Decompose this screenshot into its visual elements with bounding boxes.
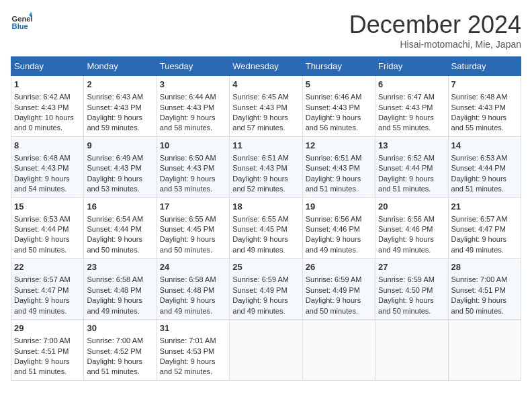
day-number: 26	[306, 261, 372, 273]
calendar-cell: 7Sunrise: 6:48 AMSunset: 4:43 PMDaylight…	[448, 76, 521, 137]
day-info-line: Daylight: 9 hours	[87, 357, 153, 367]
day-info-line: Daylight: 9 hours	[87, 234, 153, 244]
day-info-line: and 53 minutes.	[87, 184, 153, 194]
day-info-line: Sunset: 4:43 PM	[14, 103, 81, 113]
calendar-cell: 1Sunrise: 6:42 AMSunset: 4:43 PMDaylight…	[11, 76, 84, 137]
calendar-cell: 19Sunrise: 6:56 AMSunset: 4:46 PMDayligh…	[302, 197, 375, 259]
logo: General Blue	[11, 11, 32, 32]
day-info-line: Sunrise: 6:47 AM	[378, 92, 445, 102]
day-info-line: and 49 minutes.	[451, 245, 518, 255]
day-info-line: Sunset: 4:45 PM	[232, 224, 299, 234]
day-info-line: Daylight: 9 hours	[306, 113, 372, 123]
day-info-line: and 58 minutes.	[160, 123, 226, 133]
day-number: 22	[14, 261, 81, 273]
calendar-table: SundayMondayTuesdayWednesdayThursdayFrid…	[11, 56, 521, 381]
calendar-cell	[375, 320, 448, 381]
day-info-line: Sunset: 4:48 PM	[87, 285, 153, 295]
page-header: General Blue December 2024 Hisai-motomac…	[11, 11, 521, 50]
calendar-cell: 20Sunrise: 6:56 AMSunset: 4:46 PMDayligh…	[375, 197, 448, 259]
day-info-line: and 57 minutes.	[232, 123, 299, 133]
calendar-cell: 8Sunrise: 6:48 AMSunset: 4:43 PMDaylight…	[11, 136, 84, 197]
day-info-line: Daylight: 9 hours	[14, 357, 81, 367]
day-info-line: Sunrise: 6:56 AM	[378, 214, 445, 224]
day-number: 15	[14, 201, 81, 213]
day-info-line: Daylight: 9 hours	[451, 234, 518, 244]
day-info-line: and 49 minutes.	[14, 306, 81, 316]
day-number: 27	[378, 261, 445, 273]
logo-icon: General Blue	[11, 11, 32, 32]
day-info-line: Daylight: 9 hours	[451, 174, 518, 184]
day-info-line: Daylight: 9 hours	[306, 174, 372, 184]
calendar-week-row: 8Sunrise: 6:48 AMSunset: 4:43 PMDaylight…	[11, 136, 521, 197]
calendar-cell: 23Sunrise: 6:58 AMSunset: 4:48 PMDayligh…	[84, 259, 157, 320]
day-info-line: Sunset: 4:49 PM	[232, 285, 299, 295]
day-info-line: Sunrise: 6:56 AM	[306, 214, 372, 224]
day-number: 16	[87, 201, 153, 213]
day-info-line: and 50 minutes.	[378, 306, 445, 316]
day-info-line: Sunrise: 6:45 AM	[232, 92, 299, 102]
day-info-line: Sunset: 4:43 PM	[306, 103, 372, 113]
weekday-header-tuesday: Tuesday	[157, 57, 229, 76]
day-number: 9	[87, 140, 153, 152]
day-info-line: Daylight: 9 hours	[306, 295, 372, 306]
calendar-cell: 15Sunrise: 6:53 AMSunset: 4:44 PMDayligh…	[11, 197, 84, 259]
day-info-line: and 50 minutes.	[160, 245, 226, 255]
day-info-line: Sunrise: 7:00 AM	[451, 275, 518, 285]
day-number: 12	[306, 140, 372, 152]
day-info-line: Daylight: 9 hours	[160, 174, 226, 184]
day-info-line: Daylight: 9 hours	[87, 113, 153, 123]
day-info-line: and 59 minutes.	[87, 123, 153, 133]
day-info-line: and 50 minutes.	[306, 306, 372, 316]
day-info-line: Daylight: 9 hours	[451, 113, 518, 123]
day-number: 10	[160, 140, 226, 152]
day-info-line: Sunrise: 6:53 AM	[451, 153, 518, 163]
calendar-cell: 29Sunrise: 7:00 AMSunset: 4:51 PMDayligh…	[11, 320, 84, 381]
day-info-line: and 49 minutes.	[306, 245, 372, 255]
day-info-line: and 53 minutes.	[160, 184, 226, 194]
day-info-line: Sunrise: 6:51 AM	[232, 153, 299, 163]
day-info-line: Sunset: 4:44 PM	[14, 224, 81, 234]
day-info-line: and 52 minutes.	[160, 367, 226, 377]
day-info-line: Sunrise: 6:48 AM	[451, 92, 518, 102]
weekday-header-saturday: Saturday	[448, 57, 521, 76]
day-info-line: Sunrise: 6:58 AM	[160, 275, 226, 285]
day-info-line: Sunrise: 7:00 AM	[87, 336, 153, 346]
day-info-line: Sunrise: 6:49 AM	[87, 153, 153, 163]
svg-marker-2	[29, 12, 32, 15]
day-info-line: Sunset: 4:43 PM	[451, 103, 518, 113]
day-number: 30	[87, 322, 153, 334]
day-info-line: Sunrise: 6:55 AM	[160, 214, 226, 224]
day-number: 29	[14, 322, 81, 334]
calendar-week-row: 22Sunrise: 6:57 AMSunset: 4:47 PMDayligh…	[11, 259, 521, 320]
calendar-cell: 31Sunrise: 7:01 AMSunset: 4:53 PMDayligh…	[157, 320, 229, 381]
calendar-cell: 13Sunrise: 6:52 AMSunset: 4:44 PMDayligh…	[375, 136, 448, 197]
day-info-line: Sunset: 4:47 PM	[451, 224, 518, 234]
day-info-line: and 51 minutes.	[451, 184, 518, 194]
calendar-week-row: 1Sunrise: 6:42 AMSunset: 4:43 PMDaylight…	[11, 76, 521, 137]
title-block: December 2024 Hisai-motomachi, Mie, Japa…	[349, 11, 521, 50]
day-number: 17	[160, 201, 226, 213]
day-info-line: Sunrise: 7:00 AM	[14, 336, 81, 346]
day-info-line: Sunset: 4:43 PM	[232, 103, 299, 113]
day-info-line: Daylight: 9 hours	[87, 174, 153, 184]
day-info-line: and 54 minutes.	[14, 184, 81, 194]
day-info-line: Daylight: 9 hours	[232, 234, 299, 244]
weekday-header-sunday: Sunday	[11, 57, 84, 76]
day-info-line: and 0 minutes.	[14, 123, 81, 133]
day-number: 25	[232, 261, 299, 273]
day-info-line: and 50 minutes.	[87, 245, 153, 255]
day-info-line: Sunrise: 7:01 AM	[160, 336, 226, 346]
svg-text:Blue: Blue	[12, 22, 28, 30]
calendar-cell: 4Sunrise: 6:45 AMSunset: 4:43 PMDaylight…	[230, 76, 302, 137]
calendar-cell: 22Sunrise: 6:57 AMSunset: 4:47 PMDayligh…	[11, 259, 84, 320]
day-info-line: Sunrise: 6:48 AM	[14, 153, 81, 163]
day-info-line: Daylight: 9 hours	[232, 174, 299, 184]
day-info-line: and 56 minutes.	[306, 123, 372, 133]
day-info-line: Sunrise: 6:55 AM	[232, 214, 299, 224]
day-info-line: Sunset: 4:43 PM	[87, 103, 153, 113]
calendar-week-row: 29Sunrise: 7:00 AMSunset: 4:51 PMDayligh…	[11, 320, 521, 381]
day-info-line: Daylight: 9 hours	[378, 234, 445, 244]
day-info-line: Sunrise: 6:43 AM	[87, 92, 153, 102]
day-number: 18	[232, 201, 299, 213]
day-info-line: Sunset: 4:43 PM	[160, 103, 226, 113]
